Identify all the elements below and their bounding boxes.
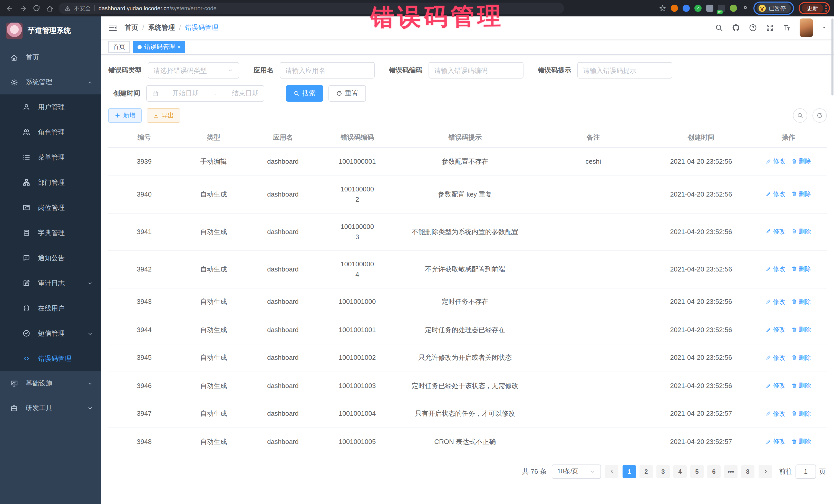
- edit-link[interactable]: 修改: [766, 297, 785, 307]
- prev-page-button[interactable]: [605, 465, 618, 478]
- tag-close-icon[interactable]: ×: [178, 44, 181, 50]
- page-button[interactable]: 3: [656, 465, 670, 478]
- delete-link[interactable]: 删除: [791, 436, 811, 446]
- extension-orange-icon[interactable]: [671, 5, 678, 12]
- error-msg-field[interactable]: [577, 62, 672, 79]
- tag-item[interactable]: 首页: [108, 41, 130, 53]
- error-code-input[interactable]: [434, 66, 518, 74]
- browser-update-button[interactable]: 更新: [802, 4, 823, 13]
- browser-menu-icon[interactable]: [825, 5, 827, 12]
- page-button[interactable]: 8: [741, 465, 754, 478]
- next-page-button[interactable]: [759, 465, 772, 478]
- page-button[interactable]: 2: [639, 465, 653, 478]
- edit-link[interactable]: 修改: [766, 156, 785, 166]
- user-avatar[interactable]: [799, 19, 813, 37]
- edit-link[interactable]: 修改: [766, 436, 785, 446]
- goto-page-field[interactable]: [795, 464, 816, 479]
- extension-green-check-icon[interactable]: ✓: [695, 5, 702, 12]
- page-button[interactable]: 4: [673, 465, 687, 478]
- cell-app: dashboard: [247, 428, 319, 456]
- edit-link[interactable]: 修改: [766, 226, 785, 237]
- delete-link[interactable]: 删除: [791, 226, 811, 237]
- create-time-range-picker[interactable]: 开始日期 - 结束日期: [146, 85, 264, 102]
- error-code-field[interactable]: [429, 62, 524, 79]
- breadcrumb-item[interactable]: 首页: [125, 23, 138, 32]
- extension-gem-icon[interactable]: [683, 5, 690, 12]
- sidebar-item[interactable]: 错误码管理: [0, 346, 101, 371]
- help-icon[interactable]: [749, 24, 757, 32]
- sidebar-item[interactable]: 用户管理: [0, 94, 101, 119]
- error-msg-input[interactable]: [583, 66, 667, 74]
- delete-link[interactable]: 删除: [791, 264, 811, 274]
- address-bar[interactable]: 不安全 dashboard.yudao.iocoder.cn/system/er…: [59, 3, 564, 14]
- chevron-down-icon: [227, 67, 234, 73]
- edit-link[interactable]: 修改: [766, 189, 785, 199]
- add-button[interactable]: 新增: [108, 108, 142, 123]
- sidebar-item[interactable]: 短信管理: [0, 321, 101, 346]
- delete-link[interactable]: 删除: [791, 156, 811, 166]
- extension-grid-icon[interactable]: [706, 5, 714, 12]
- edit-link[interactable]: 修改: [766, 324, 785, 335]
- page-size-select[interactable]: 10条/页: [552, 464, 601, 479]
- sidebar-item[interactable]: 菜单管理: [0, 145, 101, 170]
- delete-link[interactable]: 删除: [791, 297, 811, 307]
- edit-link[interactable]: 修改: [766, 352, 785, 363]
- browser-home-button[interactable]: [44, 3, 56, 14]
- app-name-field[interactable]: [280, 62, 375, 79]
- delete-link[interactable]: 删除: [791, 380, 811, 391]
- page-ellipsis-button[interactable]: •••: [724, 465, 738, 478]
- sidebar-item[interactable]: 系统管理: [0, 70, 101, 94]
- edit-link[interactable]: 修改: [766, 408, 785, 419]
- profile-chip[interactable]: 已暂停: [756, 3, 791, 13]
- fullscreen-icon[interactable]: [766, 24, 774, 32]
- sidebar-item[interactable]: 通知公告: [0, 245, 101, 270]
- extension-leaf-icon[interactable]: [730, 5, 737, 12]
- sidebar-item[interactable]: 审计日志: [0, 270, 101, 295]
- sidebar-item[interactable]: 字典管理: [0, 220, 101, 245]
- breadcrumb-item[interactable]: 系统管理: [148, 23, 175, 32]
- export-button[interactable]: 导出: [147, 108, 180, 123]
- extension-on-badge-icon[interactable]: on: [718, 5, 725, 12]
- search-button[interactable]: 搜索: [286, 85, 323, 102]
- goto-page-input[interactable]: [798, 467, 813, 475]
- delete-link[interactable]: 删除: [791, 189, 811, 199]
- sidebar-item[interactable]: 在线用户: [0, 295, 101, 321]
- page-button[interactable]: 5: [690, 465, 704, 478]
- extensions-puzzle-icon[interactable]: [742, 5, 749, 12]
- edit-link[interactable]: 修改: [766, 380, 785, 391]
- delete-link[interactable]: 删除: [791, 324, 811, 335]
- delete-link[interactable]: 删除: [791, 408, 811, 419]
- browser-back-button[interactable]: [4, 3, 15, 14]
- page-button[interactable]: 1: [622, 465, 636, 478]
- tag-active[interactable]: 错误码管理×: [133, 41, 185, 53]
- browser-forward-button[interactable]: [18, 3, 29, 14]
- reset-button[interactable]: 重置: [328, 85, 366, 102]
- delete-link[interactable]: 删除: [791, 352, 811, 363]
- avatar-caret-down-icon[interactable]: [822, 25, 827, 30]
- browser-reload-button[interactable]: [31, 3, 42, 14]
- notice-icon: [23, 254, 31, 262]
- toggle-search-button[interactable]: [793, 108, 807, 123]
- sidebar-item[interactable]: 首页: [0, 45, 101, 70]
- breadcrumb-item[interactable]: 错误码管理: [185, 23, 218, 32]
- cell-code: 1001001004: [319, 400, 396, 428]
- error-type-select[interactable]: [148, 62, 239, 79]
- font-size-icon[interactable]: [783, 24, 791, 32]
- sidebar-item[interactable]: 部门管理: [0, 170, 101, 195]
- page-scrollbar[interactable]: [831, 19, 833, 95]
- sidebar-item[interactable]: 角色管理: [0, 119, 101, 145]
- sidebar-item[interactable]: 基础设施: [0, 371, 101, 396]
- app-name-input[interactable]: [285, 66, 369, 74]
- security-warning-icon[interactable]: [65, 5, 70, 11]
- page-button[interactable]: 6: [707, 465, 721, 478]
- app-logo-row[interactable]: 芋道管理系统: [0, 17, 101, 45]
- bookmark-star-icon[interactable]: [659, 5, 666, 12]
- edit-link[interactable]: 修改: [766, 264, 785, 274]
- sidebar-item[interactable]: 研发工具: [0, 396, 101, 420]
- header-search-icon[interactable]: [715, 24, 723, 32]
- sidebar-item[interactable]: 岗位管理: [0, 195, 101, 220]
- github-icon[interactable]: [732, 24, 740, 32]
- refresh-table-button[interactable]: [812, 108, 827, 123]
- sidebar-toggle-icon[interactable]: [108, 23, 117, 32]
- error-type-select-input[interactable]: [153, 66, 224, 74]
